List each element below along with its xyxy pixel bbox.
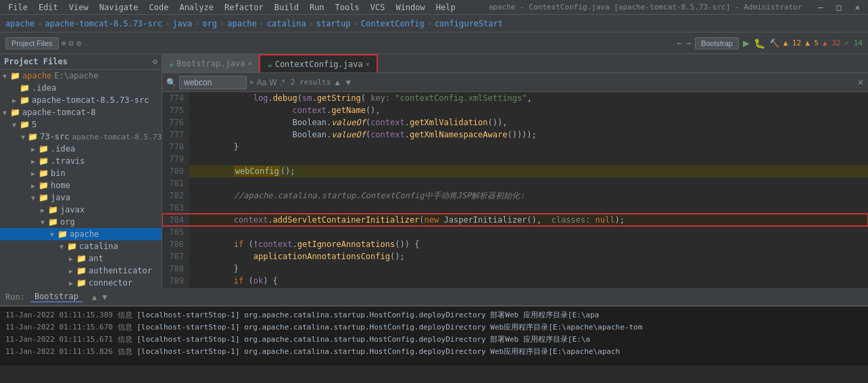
tree-item-73src[interactable]: ▼ 📁 73-src apache-tomcat-8.5.73 bbox=[0, 131, 162, 143]
collapse-all-button[interactable]: ⊟ bbox=[69, 39, 74, 48]
tree-item-tomcat-src[interactable]: ▶ 📁 apache-tomcat-8.5.73-src bbox=[0, 94, 162, 106]
menu-help[interactable]: Help bbox=[431, 3, 461, 12]
menu-analyze[interactable]: Analyze bbox=[174, 3, 219, 12]
line-number: 777 bbox=[162, 129, 189, 141]
breadcrumb-configurestart[interactable]: configureStart bbox=[435, 19, 503, 28]
tab-contextconfig-close[interactable]: ✕ bbox=[366, 60, 370, 68]
search-icon: 🔍 bbox=[166, 78, 176, 87]
sidebar: Project Files ⚙ ▼ 📁 apache E:\apache 📁 .… bbox=[0, 54, 162, 288]
menu-window[interactable]: Window bbox=[390, 3, 430, 12]
line-content bbox=[189, 153, 868, 165]
log-line-1: 11-Jan-2022 01:11:15.389 信息 [localhost-s… bbox=[5, 309, 863, 321]
menu-edit[interactable]: Edit bbox=[33, 3, 64, 12]
menu-refactor[interactable]: Refactor bbox=[219, 3, 269, 12]
close-search-button[interactable]: ✕ bbox=[857, 78, 864, 87]
line-number: 788 bbox=[162, 263, 189, 275]
debug-button[interactable]: 🐛 bbox=[754, 38, 765, 49]
folder-icon: 📁 bbox=[38, 181, 49, 190]
menu-code[interactable]: Code bbox=[144, 3, 174, 12]
menu-vcs[interactable]: VCS bbox=[365, 3, 391, 12]
menu-bar: File Edit View Navigate Code Analyze Ref… bbox=[0, 0, 868, 15]
code-line-779: 779 bbox=[162, 153, 868, 165]
menu-build[interactable]: Build bbox=[269, 3, 304, 12]
add-content-root-button[interactable]: ⊕ bbox=[62, 39, 66, 48]
line-number: 785 bbox=[162, 226, 189, 238]
tree-item-idea2[interactable]: ▶ 📁 .idea bbox=[0, 143, 162, 155]
tree-label: apache bbox=[70, 229, 99, 239]
back-button[interactable]: ← bbox=[677, 39, 681, 48]
maximize-button[interactable]: □ bbox=[831, 3, 847, 12]
close-button[interactable]: ✕ bbox=[850, 3, 865, 12]
folder-icon: 📁 bbox=[19, 95, 30, 105]
prev-result-button[interactable]: ▲ bbox=[333, 78, 341, 87]
toolbar-right: ← → Bootstrap ▶ 🐛 🔨 ▲ 12 ▲ 5 ▲ 32 ✓ 14 bbox=[677, 37, 863, 49]
tree-arrow: ▶ bbox=[66, 267, 76, 275]
menu-file[interactable]: File bbox=[3, 3, 33, 12]
tree-arrow: ▼ bbox=[18, 133, 28, 141]
tree-item-ant[interactable]: ▶ 📁 ant bbox=[0, 252, 162, 265]
tree-item-tomcat8[interactable]: ▼ 📁 apache-tomcat-8 bbox=[0, 106, 162, 118]
code-line-777: 777 Boolean.valueOf(context.getXmlNamesp… bbox=[162, 129, 868, 141]
line-content: //apache.catalina.startup.ContextConfig中… bbox=[189, 189, 868, 202]
tree-label: apache-tomcat-8.5.73-src bbox=[32, 95, 149, 105]
tree-item-5[interactable]: ▼ 📁 5 bbox=[0, 118, 162, 131]
tree-item-apache-selected[interactable]: ▼ 📁 apache bbox=[0, 228, 162, 240]
tree-item-javax[interactable]: ▶ 📁 javax bbox=[0, 204, 162, 216]
tree-item-bin[interactable]: ▶ 📁 bin bbox=[0, 167, 162, 179]
tree-item-idea[interactable]: 📁 .idea bbox=[0, 82, 162, 94]
menu-run[interactable]: Run bbox=[304, 3, 330, 12]
breadcrumb-startup[interactable]: startup bbox=[316, 19, 351, 28]
menu-view[interactable]: View bbox=[64, 3, 94, 12]
run-button[interactable]: ▶ bbox=[743, 37, 750, 49]
code-area[interactable]: 774 log.debug(sm.getString( key: "contex… bbox=[162, 92, 868, 288]
run-scroll-down-button[interactable]: ▼ bbox=[102, 292, 107, 302]
code-line-784: 784 context.addServletContainerInitializ… bbox=[162, 214, 868, 226]
run-bootstrap-tab[interactable]: Bootstrap bbox=[30, 292, 82, 302]
breadcrumb-contextconfig[interactable]: ContextConfig bbox=[361, 19, 425, 28]
run-log: 11-Jan-2022 01:11:15.389 信息 [localhost-s… bbox=[0, 307, 868, 361]
tab-bootstrap-label: Bootstrap.java bbox=[176, 59, 245, 68]
ok-count: ✓ 14 bbox=[845, 39, 863, 47]
clear-search-button[interactable]: ✕ bbox=[249, 78, 254, 87]
breadcrumb-apache[interactable]: apache bbox=[5, 19, 34, 28]
tab-bootstrap-close[interactable]: ✕ bbox=[247, 60, 251, 67]
menu-tools[interactable]: Tools bbox=[330, 3, 365, 12]
tree-item-authenticator[interactable]: ▶ 📁 authenticator bbox=[0, 265, 162, 277]
minimize-button[interactable]: — bbox=[813, 3, 828, 12]
search-input[interactable] bbox=[179, 76, 247, 89]
build-button[interactable]: 🔨 bbox=[769, 39, 779, 48]
tree-item-home[interactable]: ▶ 📁 home bbox=[0, 179, 162, 192]
breadcrumb-apache2[interactable]: apache bbox=[227, 19, 256, 28]
whole-word-button[interactable]: W bbox=[269, 78, 276, 87]
next-result-button[interactable]: ▼ bbox=[344, 78, 352, 87]
settings-icon[interactable]: ⚙ bbox=[76, 39, 81, 48]
folder-icon: 📁 bbox=[28, 132, 39, 141]
code-line-783: 783 bbox=[162, 202, 868, 214]
tree-item-travis[interactable]: ▶ 📁 .travis bbox=[0, 155, 162, 167]
tab-contextconfig[interactable]: ☕ ContextConfig.java ✕ bbox=[259, 54, 377, 73]
match-case-button[interactable]: Aa bbox=[257, 78, 267, 87]
line-content: log.debug(sm.getString( key: "contextCon… bbox=[189, 92, 868, 104]
breadcrumb-org[interactable]: org bbox=[202, 19, 217, 28]
sidebar-gear-icon[interactable]: ⚙ bbox=[153, 57, 158, 66]
tree-item-connector[interactable]: ▶ 📁 connector bbox=[0, 277, 162, 288]
tree-arrow: ▶ bbox=[38, 206, 47, 214]
folder-icon: 📁 bbox=[9, 71, 20, 81]
regex-button[interactable]: .* bbox=[280, 78, 285, 87]
tree-item-org[interactable]: ▼ 📁 org bbox=[0, 216, 162, 228]
run-scroll-up-button[interactable]: ▲ bbox=[92, 292, 97, 302]
breadcrumb-tomcat-src[interactable]: apache-tomcat-8.5.73-src bbox=[45, 19, 162, 28]
tab-bootstrap[interactable]: ☕ Bootstrap.java ✕ bbox=[162, 54, 259, 73]
breadcrumb-java[interactable]: java bbox=[172, 19, 192, 28]
tree-arrow: ▼ bbox=[47, 231, 57, 238]
tree-item-catalina[interactable]: ▼ 📁 catalina bbox=[0, 240, 162, 252]
breadcrumb-catalina[interactable]: catalina bbox=[267, 19, 306, 28]
menu-navigate[interactable]: Navigate bbox=[94, 3, 144, 12]
line-content bbox=[189, 202, 868, 214]
folder-icon: 📁 bbox=[57, 229, 68, 239]
bootstrap-dropdown[interactable]: Bootstrap bbox=[695, 37, 739, 49]
forward-button[interactable]: → bbox=[686, 39, 691, 48]
project-files-button[interactable]: Project Files bbox=[5, 37, 59, 49]
tree-item-apache[interactable]: ▼ 📁 apache E:\apache bbox=[0, 70, 162, 82]
tree-item-java[interactable]: ▼ 📁 java bbox=[0, 192, 162, 204]
